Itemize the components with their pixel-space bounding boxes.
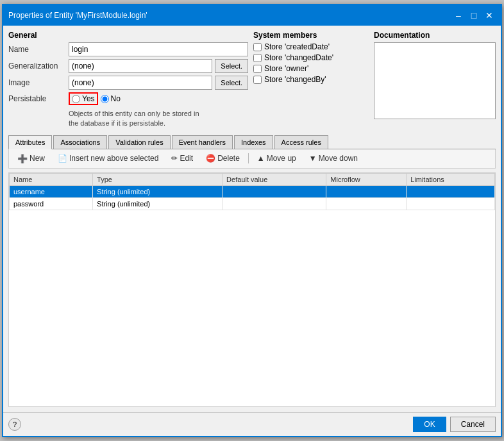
edit-label: Edit <box>180 154 193 163</box>
main-window: Properties of Entity 'MyFirstModule.logi… <box>2 4 502 437</box>
move-down-icon: ▼ <box>309 154 317 163</box>
table-area[interactable]: Name Type Default value Microflow Limita… <box>8 172 496 407</box>
window-title: Properties of Entity 'MyFirstModule.logi… <box>8 11 147 20</box>
minimize-button[interactable]: – <box>452 9 465 22</box>
new-button[interactable]: ➕ New <box>13 152 49 165</box>
tab-event-handlers[interactable]: Event handlers <box>172 135 233 149</box>
image-input[interactable] <box>69 76 212 90</box>
changed-by-checkbox[interactable] <box>253 76 262 84</box>
name-input[interactable] <box>69 42 248 56</box>
row-default <box>223 185 326 197</box>
tab-indexes[interactable]: Indexes <box>234 135 273 149</box>
documentation-textarea[interactable] <box>374 42 496 119</box>
persistable-row: Persistable Yes No Objects of this <box>8 92 248 129</box>
edit-button[interactable]: ✏ Edit <box>167 152 197 165</box>
bottom-bar: ? OK Cancel <box>3 412 501 436</box>
col-name: Name <box>10 173 93 185</box>
generalization-select-button[interactable]: Select. <box>215 59 248 73</box>
name-label: Name <box>8 45 66 54</box>
cancel-button[interactable]: Cancel <box>450 417 496 432</box>
system-members-section: System members Store 'createdDate' Store… <box>253 31 369 131</box>
generalization-input[interactable] <box>69 59 212 73</box>
changed-by-label: Store 'changedBy' <box>264 75 326 84</box>
tab-validation-rules[interactable]: Validation rules <box>108 135 170 149</box>
insert-label: Insert new above selected <box>69 154 158 163</box>
help-icon[interactable]: ? <box>8 418 21 431</box>
persistable-yes-option[interactable]: Yes <box>72 94 95 103</box>
image-label: Image <box>8 78 66 87</box>
persistable-yes-radio[interactable] <box>72 95 80 103</box>
tabs-area: Attributes Associations Validation rules… <box>8 135 496 169</box>
col-limitations: Limitations <box>407 173 495 185</box>
row-default <box>223 197 326 210</box>
toolbar-separator <box>248 153 249 163</box>
move-up-button[interactable]: ▲ Move up <box>253 152 301 165</box>
tab-associations[interactable]: Associations <box>53 135 107 149</box>
persistable-note: Objects of this entity can only be store… <box>69 109 210 129</box>
row-limitations <box>407 185 495 197</box>
persistable-no-option[interactable]: No <box>101 94 121 103</box>
persistable-no-label: No <box>111 94 121 103</box>
close-button[interactable]: ✕ <box>483 9 496 22</box>
changed-date-label: Store 'changedDate' <box>264 53 333 62</box>
top-area: General Name Generalization Select. Imag… <box>8 31 496 131</box>
move-down-label: Move down <box>319 154 358 163</box>
move-up-label: Move up <box>267 154 296 163</box>
delete-icon: ⛔ <box>206 154 215 163</box>
generalization-row: Generalization Select. <box>8 59 248 73</box>
changed-date-checkbox[interactable] <box>253 54 262 62</box>
general-label: General <box>8 31 248 40</box>
toolbar: ➕ New 📄 Insert new above selected ✏ Edit… <box>8 149 496 169</box>
table-header-row: Name Type Default value Microflow Limita… <box>10 173 495 185</box>
owner-label: Store 'owner' <box>264 64 308 73</box>
col-type: Type <box>93 173 223 185</box>
row-name: username <box>10 185 93 197</box>
row-type: String (unlimited) <box>93 197 223 210</box>
maximize-button[interactable]: □ <box>467 9 480 22</box>
image-select-button[interactable]: Select. <box>215 76 248 90</box>
title-bar: Properties of Entity 'MyFirstModule.logi… <box>3 5 501 26</box>
tabs: Attributes Associations Validation rules… <box>8 135 496 149</box>
tab-attributes[interactable]: Attributes <box>8 135 52 149</box>
row-limitations <box>407 197 495 210</box>
documentation-section: Documentation <box>374 31 496 131</box>
new-label: New <box>29 154 45 163</box>
system-members-label: System members <box>253 31 369 40</box>
owner-checkbox[interactable] <box>253 65 262 73</box>
generalization-label: Generalization <box>8 62 66 71</box>
table-row[interactable]: username String (unlimited) <box>10 185 495 197</box>
new-icon: ➕ <box>17 154 28 163</box>
insert-icon: 📄 <box>58 154 67 163</box>
title-bar-buttons: – □ ✕ <box>452 9 496 22</box>
created-date-checkbox[interactable] <box>253 43 262 51</box>
row-microflow <box>326 197 407 210</box>
main-content: General Name Generalization Select. Imag… <box>3 26 501 412</box>
move-down-button[interactable]: ▼ Move down <box>305 152 362 165</box>
col-default: Default value <box>223 173 326 185</box>
persistable-yes-label: Yes <box>82 94 95 103</box>
owner-row[interactable]: Store 'owner' <box>253 64 369 73</box>
created-date-row[interactable]: Store 'createdDate' <box>253 42 369 51</box>
persistable-no-radio[interactable] <box>101 95 109 103</box>
tab-access-rules[interactable]: Access rules <box>274 135 328 149</box>
table-row[interactable]: password String (unlimited) <box>10 197 495 210</box>
generalization-field: Select. <box>69 59 248 73</box>
edit-icon: ✏ <box>171 154 178 163</box>
name-row: Name <box>8 42 248 56</box>
col-microflow: Microflow <box>326 173 407 185</box>
delete-button[interactable]: ⛔ Delete <box>201 152 244 165</box>
image-field: Select. <box>69 76 248 90</box>
ok-button[interactable]: OK <box>413 417 446 432</box>
image-row: Image Select. <box>8 76 248 90</box>
row-microflow <box>326 185 407 197</box>
changed-date-row[interactable]: Store 'changedDate' <box>253 53 369 62</box>
changed-by-row[interactable]: Store 'changedBy' <box>253 75 369 84</box>
persistable-label: Persistable <box>8 94 66 103</box>
row-name: password <box>10 197 93 210</box>
documentation-label: Documentation <box>374 31 496 40</box>
delete-label: Delete <box>217 154 240 163</box>
row-type: String (unlimited) <box>93 185 223 197</box>
move-up-icon: ▲ <box>257 154 265 163</box>
general-section: General Name Generalization Select. Imag… <box>8 31 248 131</box>
insert-button[interactable]: 📄 Insert new above selected <box>53 152 163 165</box>
